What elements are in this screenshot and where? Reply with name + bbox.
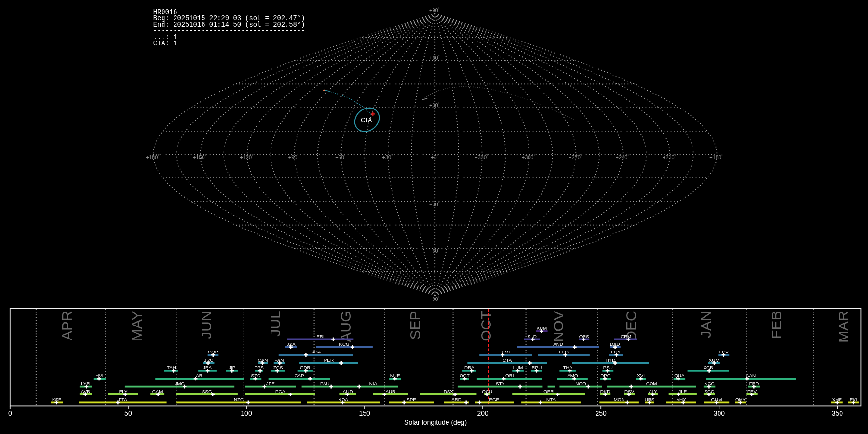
svg-text:OCT: OCT <box>478 311 494 341</box>
svg-text:+30°: +30° <box>382 154 393 160</box>
svg-text:NTA: NTA <box>546 397 556 402</box>
svg-text:COM: COM <box>646 381 657 386</box>
svg-text:SDA: SDA <box>311 349 321 354</box>
svg-text:LUM: LUM <box>513 365 523 370</box>
svg-text:LMI: LMI <box>502 349 510 354</box>
svg-text:NCC: NCC <box>704 381 714 386</box>
svg-text:300: 300 <box>714 409 725 417</box>
svg-text:NIA: NIA <box>369 381 378 386</box>
svg-text:DAD: DAD <box>610 341 620 347</box>
svg-text:FEB: FEB <box>768 311 784 339</box>
svg-text:NOO: NOO <box>575 381 586 386</box>
svg-text:+90°: +90° <box>429 7 440 13</box>
svg-text:50: 50 <box>124 409 132 417</box>
svg-text:JRC: JRC <box>204 357 213 363</box>
svg-text:GDR: GDR <box>300 365 311 370</box>
svg-text:PSU: PSU <box>603 365 613 370</box>
svg-text:+30°: +30° <box>429 102 440 108</box>
svg-text:JLE: JLE <box>678 389 687 394</box>
svg-text:HVI: HVI <box>95 373 103 378</box>
svg-text:JAN: JAN <box>698 311 714 338</box>
svg-text:+90°: +90° <box>288 154 299 160</box>
svg-text:SEP: SEP <box>407 311 423 339</box>
svg-text:Solar longitude (deg): Solar longitude (deg) <box>404 419 467 426</box>
svg-text:0: 0 <box>8 409 12 417</box>
svg-text:MON: MON <box>614 397 625 402</box>
svg-text:PPS: PPS <box>254 365 264 370</box>
svg-text:KCG: KCG <box>339 341 349 347</box>
svg-text:PAU: PAU <box>320 381 329 386</box>
svg-text:PER: PER <box>324 357 334 363</box>
svg-text:AMO: AMO <box>567 373 578 378</box>
svg-text:MAR: MAR <box>835 311 851 343</box>
svg-text:JXA: JXA <box>287 341 296 347</box>
svg-text:SLD: SLD <box>528 334 537 339</box>
svg-text:SCC: SCC <box>704 389 714 394</box>
svg-text:−30°: −30° <box>429 202 440 207</box>
svg-text:−60°: −60° <box>429 248 440 254</box>
svg-text:OER: OER <box>543 389 554 394</box>
svg-text:CTA: CTA <box>361 117 372 123</box>
svg-text:CTA: CTA <box>502 357 512 363</box>
svg-text:ECV: ECV <box>719 349 729 354</box>
svg-text:SPE: SPE <box>407 397 416 402</box>
svg-text:TAH: TAH <box>167 365 176 370</box>
svg-text:ORI: ORI <box>505 373 514 378</box>
svg-text:XVI: XVI <box>637 373 645 378</box>
svg-text:FTA: FTA <box>119 397 127 402</box>
svg-text:AUD: AUD <box>343 389 353 394</box>
svg-text:GEM: GEM <box>621 334 631 339</box>
svg-text:CAN: CAN <box>258 357 268 363</box>
svg-text:OHY: OHY <box>735 397 746 402</box>
svg-text:ARI: ARI <box>196 373 203 378</box>
svg-text:SSG: SSG <box>202 389 212 394</box>
svg-text:JPE: JPE <box>266 381 275 386</box>
svg-text:CAP: CAP <box>294 373 304 378</box>
svg-text:AUG: AUG <box>338 311 353 342</box>
svg-text:CTA: 1: CTA: 1 <box>153 40 177 47</box>
svg-text:NDA: NDA <box>338 397 348 402</box>
svg-text:+270°: +270° <box>569 154 582 160</box>
svg-text:CAM: CAM <box>152 389 163 394</box>
svg-text:NZC: NZC <box>234 397 244 402</box>
svg-text:JUL: JUL <box>267 311 283 336</box>
svg-text:XCB: XCB <box>704 365 714 370</box>
svg-text:FEV: FEV <box>747 389 757 394</box>
svg-text:AUR: AUR <box>385 389 395 394</box>
svg-text:ELY: ELY <box>119 389 128 394</box>
svg-text:100: 100 <box>241 409 252 417</box>
svg-text:+210°: +210° <box>663 154 676 160</box>
svg-text:150: 150 <box>359 409 370 417</box>
svg-text:+60°: +60° <box>335 154 346 160</box>
svg-text:EVI: EVI <box>850 397 857 402</box>
svg-text:DPC: DPC <box>600 373 610 378</box>
svg-text:RPU: RPU <box>532 365 542 370</box>
svg-text:EHY: EHY <box>611 349 621 354</box>
svg-text:DKD: DKD <box>600 389 610 394</box>
svg-text:FED: FED <box>749 381 759 386</box>
svg-text:+330°: +330° <box>475 154 488 160</box>
svg-text:+300°: +300° <box>522 154 535 160</box>
svg-text:URS: URS <box>645 397 655 402</box>
svg-text:+60°: +60° <box>429 55 440 61</box>
svg-text:350: 350 <box>832 409 843 417</box>
svg-text:+180°: +180° <box>146 154 160 160</box>
svg-text:XUM: XUM <box>709 357 719 363</box>
svg-text:ZCS: ZCS <box>273 365 283 370</box>
svg-text:JUN: JUN <box>198 311 214 339</box>
svg-text:ARD: ARD <box>451 397 461 402</box>
svg-text:NOV: NOV <box>550 311 566 342</box>
svg-text:+180°: +180° <box>709 154 723 160</box>
svg-text:ERI: ERI <box>316 334 324 339</box>
svg-text:+150°: +150° <box>193 154 206 160</box>
svg-text:COR: COR <box>208 349 218 354</box>
svg-text:AAN: AAN <box>746 373 756 378</box>
svg-text:AHY: AHY <box>676 397 686 402</box>
svg-text:EGE: EGE <box>489 397 499 402</box>
svg-text:AVB: AVB <box>81 389 90 394</box>
svg-text:+240°: +240° <box>616 154 629 160</box>
svg-text:LYR: LYR <box>81 381 90 386</box>
svg-text:GUM: GUM <box>711 397 722 402</box>
svg-text:STA: STA <box>496 381 505 386</box>
svg-text:DRA: DRA <box>464 365 475 370</box>
